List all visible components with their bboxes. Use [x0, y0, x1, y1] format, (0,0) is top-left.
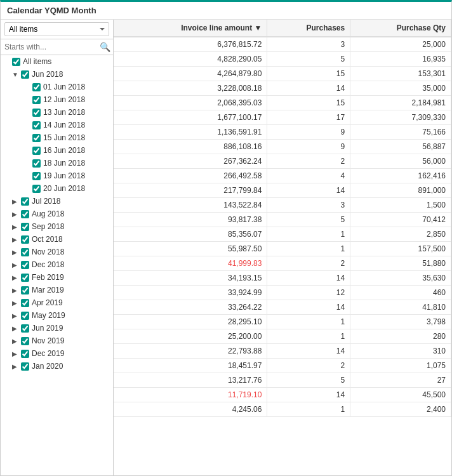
tree-item[interactable]: ▶May 2019 [1, 309, 113, 322]
tree-checkbox[interactable] [21, 248, 29, 256]
tree-checkbox[interactable] [21, 210, 29, 218]
cell-amount: 1,136,591.91 [114, 125, 267, 140]
tree-item[interactable]: 13 Jun 2018 [1, 106, 113, 119]
table-row: 93,817.38570,412 [114, 213, 451, 227]
tree-checkbox[interactable] [21, 350, 29, 358]
cell-qty: 51,880 [350, 256, 451, 271]
collapsed-icon[interactable]: ▶ [12, 350, 20, 357]
tree-item[interactable]: 16 Jun 2018 [1, 144, 113, 157]
cell-qty: 157,500 [350, 242, 451, 256]
table-row: 4,245.0612,400 [114, 402, 451, 417]
tree-item[interactable]: 15 Jun 2018 [1, 131, 113, 144]
tree-item[interactable]: ▶Jul 2018 [1, 195, 113, 208]
tree-item[interactable]: ▼Jun 2018 [1, 68, 113, 81]
tree-checkbox[interactable] [21, 70, 29, 79]
tree-checkbox[interactable] [21, 261, 29, 269]
tree-item[interactable]: 20 Jun 2018 [1, 182, 113, 195]
cell-qty: 56,887 [350, 140, 451, 154]
tree-item-label: 01 Jun 2018 [43, 83, 85, 91]
collapsed-icon[interactable]: ▶ [12, 363, 20, 370]
tree-scroll[interactable]: All items▼Jun 201801 Jun 201812 Jun 2018… [1, 55, 113, 475]
tree-item[interactable]: ▶Feb 2019 [1, 271, 113, 284]
tree-checkbox[interactable] [32, 109, 41, 117]
tree-checkbox[interactable] [21, 274, 29, 282]
collapsed-icon[interactable]: ▶ [12, 261, 20, 268]
tree-checkbox[interactable] [21, 286, 29, 294]
tree-checkbox[interactable] [21, 362, 29, 371]
tree-checkbox[interactable] [12, 58, 20, 66]
tree-checkbox[interactable] [32, 172, 41, 180]
tree-checkbox[interactable] [32, 159, 41, 168]
collapsed-icon[interactable]: ▶ [12, 211, 20, 218]
cell-purchases: 14 [267, 344, 350, 359]
collapsed-icon[interactable]: ▶ [12, 287, 20, 294]
tree-checkbox[interactable] [32, 83, 41, 91]
tree-checkbox[interactable] [21, 197, 29, 206]
tree-checkbox[interactable] [32, 185, 41, 193]
tree-item[interactable]: 18 Jun 2018 [1, 157, 113, 169]
tree-checkbox[interactable] [32, 121, 41, 129]
tree-item-label: Jan 2020 [32, 362, 63, 371]
cell-amount: 22,793.88 [114, 344, 267, 359]
tree-item[interactable]: ▶Dec 2018 [1, 258, 113, 271]
tree-item[interactable]: 12 Jun 2018 [1, 93, 113, 106]
cell-qty: 7,309,330 [350, 110, 451, 125]
collapsed-icon[interactable]: ▶ [12, 274, 20, 281]
cell-amount: 25,200.00 [114, 329, 267, 344]
tree-item[interactable]: ▶Mar 2019 [1, 284, 113, 296]
tree-item[interactable]: 19 Jun 2018 [1, 169, 113, 182]
tree-checkbox[interactable] [32, 134, 41, 142]
tree-item[interactable]: ▶Nov 2018 [1, 246, 113, 258]
cell-amount: 886,108.16 [114, 140, 267, 154]
cell-amount: 6,376,815.72 [114, 37, 267, 52]
tree-checkbox[interactable] [21, 299, 29, 307]
tree-item[interactable]: ▶Nov 2019 [1, 334, 113, 347]
tree-checkbox[interactable] [21, 324, 29, 333]
cell-amount: 41,999.83 [114, 256, 267, 271]
collapsed-icon[interactable]: ▶ [12, 300, 20, 307]
col-header-0[interactable]: Invoice line amount ▼ [114, 20, 267, 37]
tree-item[interactable]: All items [1, 55, 113, 68]
collapsed-icon[interactable]: ▶ [12, 325, 20, 332]
tree-item[interactable]: ▶Sep 2018 [1, 220, 113, 233]
tree-checkbox[interactable] [21, 235, 29, 244]
all-items-dropdown[interactable]: All items [4, 22, 109, 36]
table-row: 267,362.24256,000 [114, 154, 451, 169]
cell-purchases: 3 [267, 37, 350, 52]
table-row: 22,793.8814310 [114, 344, 451, 359]
table-row: 28,295.1013,798 [114, 315, 451, 329]
tree-item[interactable]: 14 Jun 2018 [1, 119, 113, 131]
collapsed-icon[interactable]: ▶ [12, 198, 20, 205]
expanded-icon[interactable]: ▼ [12, 71, 20, 78]
cell-amount: 33,264.22 [114, 300, 267, 315]
collapsed-icon[interactable]: ▶ [12, 338, 20, 345]
collapsed-icon[interactable]: ▶ [12, 249, 20, 256]
tree-item-label: May 2019 [32, 311, 65, 320]
tree-checkbox[interactable] [21, 312, 29, 320]
tree-item[interactable]: ▶Jan 2020 [1, 360, 113, 373]
collapsed-icon[interactable]: ▶ [12, 236, 20, 243]
tree-item[interactable]: ▶Apr 2019 [1, 296, 113, 309]
cell-purchases: 1 [267, 242, 350, 256]
cell-purchases: 15 [267, 96, 350, 110]
tree-item-label: 16 Jun 2018 [43, 146, 85, 155]
tree-item[interactable]: ▶Dec 2019 [1, 347, 113, 360]
tree-checkbox[interactable] [32, 147, 41, 155]
cell-amount: 13,217.76 [114, 373, 267, 388]
tree-checkbox[interactable] [32, 96, 41, 104]
tree-checkbox[interactable] [21, 223, 29, 231]
tree-item[interactable]: ▶Oct 2018 [1, 233, 113, 246]
cell-amount: 266,492.58 [114, 169, 267, 183]
col-header-1: Purchases [267, 20, 350, 37]
search-input[interactable] [4, 43, 100, 51]
table-wrapper[interactable]: Invoice line amount ▼PurchasesPurchase Q… [114, 20, 451, 475]
collapsed-icon[interactable]: ▶ [12, 312, 20, 319]
tree-item[interactable]: 01 Jun 2018 [1, 81, 113, 93]
tree-item[interactable]: ▶Aug 2018 [1, 208, 113, 220]
collapsed-icon[interactable]: ▶ [12, 223, 20, 230]
search-icon[interactable]: 🔍 [100, 42, 110, 52]
cell-amount: 267,362.24 [114, 154, 267, 169]
tree-item[interactable]: ▶Jun 2019 [1, 322, 113, 334]
tree-checkbox[interactable] [21, 337, 29, 345]
table-row: 143,522.8431,500 [114, 198, 451, 213]
